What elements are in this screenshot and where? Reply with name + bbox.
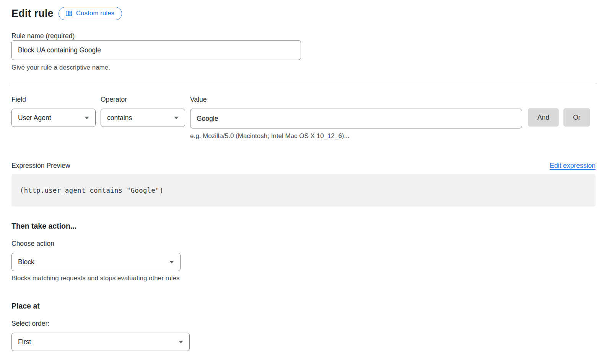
page-header: Edit rule Custom rules [11,7,596,20]
operator-column: Operator contains [101,96,185,127]
chevron-down-icon [174,117,179,119]
action-select[interactable]: Block [11,253,181,271]
open-book-icon [65,10,73,17]
value-input[interactable] [190,109,522,128]
expression-code-box: (http.user_agent contains "Google") [11,174,596,206]
field-label: Field [11,96,96,104]
action-section: Then take action... Choose action Block … [11,222,596,282]
field-select[interactable]: User Agent [11,109,96,127]
logic-buttons: And Or [528,108,590,127]
choose-action-label: Choose action [11,240,596,248]
expression-preview-header: Expression Preview Edit expression [11,162,596,170]
value-column: Value e.g. Mozilla/5.0 (Macintosh; Intel… [190,96,522,140]
expression-preview-label: Expression Preview [11,162,70,170]
placement-section: Place at Select order: First [11,302,596,351]
rule-name-input[interactable] [11,40,301,60]
custom-rules-badge-label: Custom rules [76,10,114,17]
operator-label: Operator [101,96,185,104]
placement-heading: Place at [11,302,596,310]
action-help: Blocks matching requests and stops evalu… [11,275,596,282]
rule-name-label: Rule name (required) [11,32,75,40]
expression-preview-section: Expression Preview Edit expression (http… [11,162,596,206]
section-divider [11,85,596,85]
field-select-value: User Agent [18,114,51,122]
rule-name-input-wrap [11,40,301,60]
value-label: Value [190,96,522,104]
value-help: e.g. Mozilla/5.0 (Macintosh; Intel Mac O… [190,132,522,140]
edit-rule-page: Edit rule Custom rules Rule name (requir… [0,0,607,351]
action-select-value: Block [18,258,34,266]
chevron-down-icon [179,341,183,343]
rule-name-section: Rule name (required) Give your rule a de… [11,32,596,72]
operator-select-value: contains [107,114,132,122]
and-button[interactable]: And [528,108,559,127]
page-title: Edit rule [11,8,54,20]
chevron-down-icon [169,261,174,263]
custom-rules-badge[interactable]: Custom rules [59,7,122,20]
expression-builder: Field User Agent Operator contains Value… [11,96,596,140]
rule-name-help: Give your rule a descriptive name. [11,64,596,72]
or-button[interactable]: Or [563,108,590,127]
order-select[interactable]: First [11,333,190,351]
chevron-down-icon [85,117,89,119]
order-select-value: First [18,338,31,346]
edit-expression-link[interactable]: Edit expression [550,162,596,170]
field-column: Field User Agent [11,96,96,127]
select-order-label: Select order: [11,320,596,328]
action-heading: Then take action... [11,222,596,231]
expression-code-text: (http.user_agent contains "Google") [20,187,164,194]
operator-select[interactable]: contains [101,109,185,127]
